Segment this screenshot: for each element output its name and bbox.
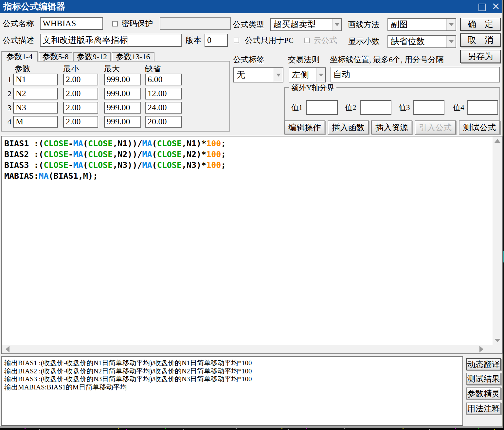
draw-method-select[interactable]: 副图: [387, 18, 456, 31]
param-max-input[interactable]: 999.00: [104, 88, 141, 99]
param-header-max: 最大: [104, 63, 120, 74]
param-header-default: 缺省: [145, 63, 161, 74]
scroll-left-icon[interactable]: [6, 346, 9, 352]
param-header-min: 最小: [63, 63, 79, 74]
formula-tag-select[interactable]: 无: [233, 67, 283, 82]
cancel-button[interactable]: 取 消: [460, 33, 501, 47]
param-row: 4M2.00999.0020.00: [2, 116, 229, 128]
ok-button[interactable]: 确 定: [460, 18, 501, 31]
output-panel: 输出BIAS1 :(收盘价-收盘价的N1日简单移动平均)/收盘价的N1日简单移动…: [1, 356, 463, 426]
insert-function-button[interactable]: 插入函数: [328, 120, 369, 134]
cloud-formula-checkbox: [304, 38, 310, 43]
password-protect-label: 密码保护: [121, 17, 153, 30]
code-line: BIAS2 :(CLOSE-MA(CLOSE,N2))/MA(CLOSE,N2)…: [4, 149, 493, 160]
param-max-input[interactable]: 999.00: [104, 102, 141, 114]
formula-tag-label: 公式标签: [233, 54, 264, 65]
param-row: 1N12.00999.006.00: [2, 74, 229, 85]
y-value1-label: 值1: [291, 100, 303, 115]
password-protect-checkbox[interactable]: [112, 21, 118, 27]
tab-params-13-16[interactable]: 参数13-16: [112, 52, 154, 61]
test-result-button[interactable]: 测试结果: [466, 373, 501, 385]
text-caret: [128, 36, 128, 45]
output-line: 输出BIAS3 :(收盘价-收盘价的N3日简单移动平均)/收盘价的N3日简单移动…: [4, 375, 460, 383]
formula-type-select[interactable]: 超买超卖型: [270, 18, 342, 31]
param-name-input[interactable]: N3: [13, 102, 58, 114]
chevron-down-icon[interactable]: [332, 19, 341, 30]
maximize-icon[interactable]: [478, 4, 486, 11]
horizontal-scrollbar[interactable]: [2, 345, 493, 353]
save-as-button[interactable]: 另存为: [460, 50, 501, 63]
edit-operation-button[interactable]: 编辑操作: [284, 120, 325, 134]
pc-only-checkbox[interactable]: [234, 38, 239, 43]
cloud-formula-label: 云公式: [314, 34, 337, 46]
close-icon[interactable]: ✕: [490, 1, 501, 12]
param-row-index: 1: [4, 74, 11, 85]
dynamic-translate-button[interactable]: 动态翻译: [466, 358, 501, 370]
tab-params-5-8[interactable]: 参数5-8: [39, 52, 72, 61]
formula-name-input[interactable]: WHBIAS: [40, 17, 103, 30]
output-line: 输出MABIAS:BIAS1的M日简单移动平均: [4, 383, 460, 391]
param-min-input[interactable]: 2.00: [63, 102, 98, 114]
scrollbar-corner: [493, 345, 502, 353]
param-row: 2N22.00999.0012.00: [2, 88, 229, 99]
trade-rule-label: 交易法则: [288, 54, 319, 65]
chevron-down-icon[interactable]: [446, 36, 456, 47]
axis-position-input[interactable]: 自动: [331, 67, 500, 82]
param-min-input[interactable]: 2.00: [63, 74, 98, 85]
y-value1-input[interactable]: [306, 100, 338, 115]
param-min-input[interactable]: 2.00: [63, 116, 98, 128]
trade-rule-select[interactable]: 左侧: [289, 67, 326, 82]
chevron-down-icon[interactable]: [316, 68, 325, 82]
draw-method-label: 画线方法: [348, 18, 379, 31]
insert-resource-button[interactable]: 插入资源: [371, 120, 412, 134]
code-editor-container: BIAS1 :(CLOSE-MA(CLOSE,N1))/MA(CLOSE,N1)…: [1, 136, 503, 354]
param-row-index: 2: [4, 88, 11, 99]
formula-desc-input[interactable]: 文和改进版乖离率指标: [40, 34, 182, 47]
formula-desc-label: 公式描述: [3, 34, 34, 46]
param-name-input[interactable]: N1: [13, 74, 58, 85]
code-editor[interactable]: BIAS1 :(CLOSE-MA(CLOSE,N1))/MA(CLOSE,N1)…: [2, 136, 493, 345]
scroll-down-icon[interactable]: [495, 339, 500, 342]
param-name-input[interactable]: N2: [13, 88, 58, 99]
window-title: 指标公式编辑器: [3, 0, 65, 13]
param-min-input[interactable]: 2.00: [63, 88, 98, 99]
param-header-name: 参数: [15, 63, 30, 74]
vertical-scrollbar[interactable]: [493, 136, 502, 345]
scroll-up-icon[interactable]: [495, 139, 500, 143]
y-value3-input[interactable]: [413, 100, 444, 115]
y-value2-label: 值2: [345, 100, 356, 115]
decimal-select[interactable]: 缺省位数: [387, 35, 456, 48]
background-app-fragment: [503, 251, 504, 262]
param-row-index: 3: [4, 102, 11, 114]
scroll-right-icon[interactable]: [479, 346, 483, 352]
formula-type-label: 公式类型: [233, 18, 264, 31]
param-default-input[interactable]: 24.00: [145, 102, 182, 114]
code-line: BIAS3 :(CLOSE-MA(CLOSE,N3))/MA(CLOSE,N3)…: [4, 160, 493, 170]
param-max-input[interactable]: 999.00: [104, 116, 141, 128]
formula-name-label: 公式名称: [3, 17, 34, 30]
tab-params-9-12[interactable]: 参数9-12: [73, 52, 111, 61]
param-max-input[interactable]: 999.00: [104, 74, 141, 85]
param-wizard-button[interactable]: 参数精灵: [466, 387, 501, 400]
version-label: 版本: [186, 34, 201, 46]
chevron-down-icon[interactable]: [446, 19, 456, 30]
param-row: 3N32.00999.0024.00: [2, 102, 229, 114]
usage-notes-button[interactable]: 用法注释: [466, 403, 501, 415]
param-name-input[interactable]: M: [13, 116, 58, 128]
background-app-pixels: [0, 428, 1, 429]
param-default-input[interactable]: 12.00: [145, 88, 182, 99]
param-default-input[interactable]: 20.00: [145, 116, 182, 128]
chevron-down-icon[interactable]: [274, 68, 283, 82]
tab-params-1-4[interactable]: 参数1-4: [1, 51, 38, 62]
output-line: 输出BIAS1 :(收盘价-收盘价的N1日简单移动平均)/收盘价的N1日简单移动…: [4, 359, 460, 367]
title-bar[interactable]: 指标公式编辑器 ✕: [0, 0, 502, 13]
y-value2-input[interactable]: [360, 100, 391, 115]
y-value4-input[interactable]: [467, 100, 498, 115]
test-formula-button[interactable]: 测试公式: [459, 120, 500, 134]
axis-position-label: 坐标线位置, 最多6个, 用分号分隔: [330, 54, 444, 65]
code-line: BIAS1 :(CLOSE-MA(CLOSE,N1))/MA(CLOSE,N1)…: [4, 138, 493, 149]
version-input[interactable]: 0: [205, 34, 228, 47]
param-default-input[interactable]: 6.00: [145, 74, 182, 85]
param-panel: 参数 最小 最大 缺省 1N12.00999.006.002N22.00999.…: [1, 61, 230, 132]
pc-only-label: 公式只用于PC: [245, 34, 294, 46]
